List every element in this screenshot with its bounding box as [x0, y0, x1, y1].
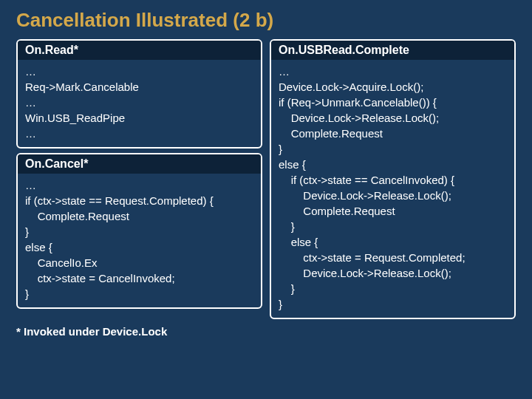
- panel-onread-body: … Req->Mark.Cancelable … Win.USB_ReadPip…: [18, 60, 261, 147]
- content-columns: On.Read* … Req->Mark.Cancelable … Win.US…: [16, 39, 516, 319]
- code-line: }: [25, 286, 253, 301]
- code-line: …: [25, 95, 253, 110]
- code-line: ctx->state = CancelInvoked;: [25, 270, 253, 286]
- code-line: ctx->state = Request.Completed;: [279, 250, 507, 265]
- code-line: …: [25, 126, 253, 141]
- panel-onread: On.Read* … Req->Mark.Cancelable … Win.US…: [16, 39, 262, 149]
- code-line: Device.Lock->Release.Lock();: [279, 265, 507, 281]
- code-line: Device.Lock->Release.Lock();: [279, 110, 507, 126]
- code-line: …: [25, 64, 253, 79]
- slide-title: Cancellation Illustrated (2 b): [16, 9, 516, 32]
- panel-oncancel-body: … if (ctx->state == Request.Completed) {…: [18, 174, 261, 307]
- code-line: Complete.Request: [279, 126, 507, 141]
- code-line: }: [25, 224, 253, 239]
- code-line: if (Req->Unmark.Cancelable()) {: [279, 95, 507, 110]
- code-line: else {: [25, 239, 253, 255]
- code-line: …: [25, 177, 253, 193]
- code-line: else {: [279, 234, 507, 250]
- code-line: Complete.Request: [25, 208, 253, 224]
- code-line: Win.USB_ReadPipe: [25, 110, 253, 126]
- panel-oncancel-header: On.Cancel*: [18, 154, 261, 174]
- right-column: On.USBRead.Complete … Device.Lock->Acqui…: [270, 39, 516, 319]
- code-line: Device.Lock->Release.Lock();: [279, 188, 507, 203]
- left-column: On.Read* … Req->Mark.Cancelable … Win.US…: [16, 39, 262, 319]
- code-line: }: [279, 296, 507, 312]
- panel-usbreadcomplete-header: On.USBRead.Complete: [271, 41, 514, 60]
- code-line: if (ctx->state == Request.Completed) {: [25, 193, 253, 208]
- panel-usbreadcomplete-body: … Device.Lock->Acquire.Lock(); if (Req->…: [271, 60, 514, 318]
- code-line: CancelIo.Ex: [25, 255, 253, 270]
- code-line: Complete.Request: [279, 203, 507, 219]
- code-line: if (ctx->state == CancelInvoked) {: [279, 172, 507, 188]
- panel-onread-header: On.Read*: [18, 41, 261, 60]
- code-line: Req->Mark.Cancelable: [25, 79, 253, 95]
- code-line: …: [279, 64, 507, 79]
- code-line: Device.Lock->Acquire.Lock();: [279, 79, 507, 95]
- code-line: else {: [279, 157, 507, 172]
- panel-oncancel: On.Cancel* … if (ctx->state == Request.C…: [16, 153, 262, 309]
- code-line: }: [279, 141, 507, 157]
- code-line: }: [279, 281, 507, 296]
- footnote: * Invoked under Device.Lock: [16, 325, 516, 338]
- panel-usbreadcomplete: On.USBRead.Complete … Device.Lock->Acqui…: [270, 39, 516, 319]
- code-line: }: [279, 219, 507, 234]
